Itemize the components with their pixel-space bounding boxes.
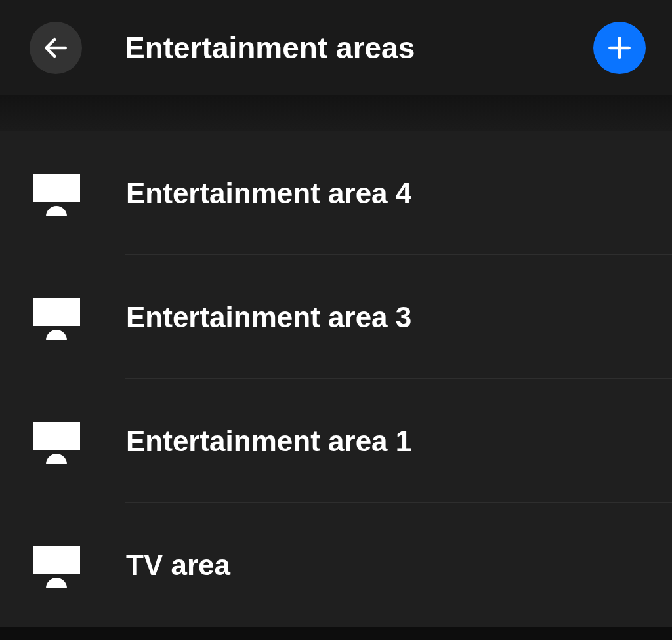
- sub-header: [0, 95, 672, 131]
- back-button[interactable]: [30, 22, 82, 74]
- list-item-label: Entertainment area 4: [126, 177, 411, 210]
- add-button[interactable]: [593, 22, 646, 74]
- list-item[interactable]: Entertainment area 1: [0, 379, 672, 503]
- areas-list: Entertainment area 4 Entertainment area …: [0, 131, 672, 627]
- list-item-label: Entertainment area 3: [126, 301, 411, 334]
- plus-icon: [605, 33, 634, 62]
- list-item[interactable]: TV area: [0, 503, 672, 627]
- list-item-label: TV area: [126, 549, 230, 582]
- tv-icon: [33, 422, 80, 461]
- list-item[interactable]: Entertainment area 3: [0, 255, 672, 379]
- header: Entertainment areas: [0, 0, 672, 95]
- page-title: Entertainment areas: [125, 30, 415, 66]
- tv-icon: [33, 546, 80, 585]
- tv-icon: [33, 174, 80, 213]
- tv-icon: [33, 298, 80, 337]
- back-arrow-icon: [41, 33, 70, 62]
- list-item[interactable]: Entertainment area 4: [0, 131, 672, 255]
- list-item-label: Entertainment area 1: [126, 425, 411, 458]
- bottom-bar: [0, 627, 672, 640]
